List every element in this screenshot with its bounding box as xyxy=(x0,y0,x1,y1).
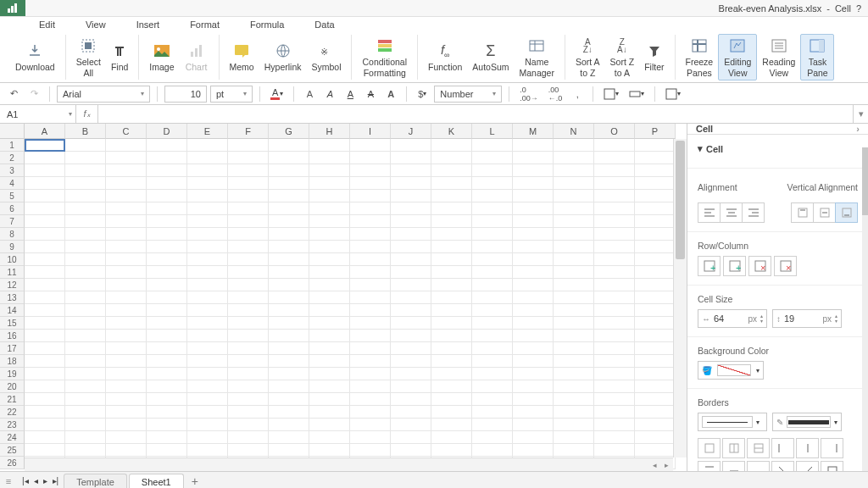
cell[interactable] xyxy=(635,406,676,419)
cell[interactable] xyxy=(391,330,431,342)
cell[interactable] xyxy=(594,291,635,304)
cell[interactable] xyxy=(431,215,472,228)
tab-sheet1[interactable]: Sheet1 xyxy=(129,474,184,488)
cell[interactable] xyxy=(594,202,635,215)
sort-az-button[interactable]: AZ↓Sort A to Z xyxy=(570,35,605,79)
cell[interactable] xyxy=(25,190,65,202)
cell[interactable] xyxy=(431,419,472,431)
cell[interactable] xyxy=(431,342,472,355)
cell[interactable] xyxy=(147,380,187,393)
menu-insert[interactable]: Insert xyxy=(121,18,175,31)
filter-button[interactable]: Filter xyxy=(639,40,669,74)
row-header[interactable]: 15 xyxy=(0,317,25,330)
cell[interactable] xyxy=(228,330,269,342)
cell[interactable] xyxy=(187,406,228,419)
cell[interactable] xyxy=(431,177,472,190)
sheets-menu-icon[interactable]: ≡ xyxy=(0,472,17,488)
cell[interactable] xyxy=(350,152,391,164)
cell[interactable] xyxy=(350,202,391,215)
cell[interactable] xyxy=(147,152,187,164)
col-header[interactable]: J xyxy=(391,124,431,139)
cell[interactable] xyxy=(147,317,187,330)
border-preset-12[interactable] xyxy=(821,461,843,471)
menu-edit[interactable]: Edit xyxy=(24,18,70,31)
col-header[interactable]: N xyxy=(554,124,594,139)
border-preset-8[interactable] xyxy=(722,461,745,471)
cell[interactable] xyxy=(269,355,309,368)
cell[interactable] xyxy=(269,228,309,241)
border-style-select[interactable]: ▾ xyxy=(698,413,767,431)
cell[interactable] xyxy=(350,253,391,266)
cell[interactable] xyxy=(472,355,513,368)
cell[interactable] xyxy=(594,304,635,317)
cell[interactable] xyxy=(635,190,676,202)
font-style-5[interactable]: A xyxy=(382,86,399,103)
cell[interactable] xyxy=(350,380,391,393)
cell[interactable] xyxy=(309,431,350,444)
cell[interactable] xyxy=(25,380,65,393)
cell[interactable] xyxy=(350,317,391,330)
cell[interactable] xyxy=(513,139,554,152)
cell[interactable] xyxy=(309,241,350,253)
cell[interactable] xyxy=(309,164,350,177)
cell[interactable] xyxy=(554,190,594,202)
cell[interactable] xyxy=(106,317,147,330)
cell[interactable] xyxy=(554,419,594,431)
cell[interactable] xyxy=(431,393,472,406)
cell[interactable] xyxy=(147,253,187,266)
cell[interactable] xyxy=(635,393,676,406)
cell[interactable] xyxy=(25,215,65,228)
cell[interactable] xyxy=(25,330,65,342)
cell[interactable] xyxy=(269,419,309,431)
cell[interactable] xyxy=(309,202,350,215)
cell[interactable] xyxy=(147,215,187,228)
cell[interactable] xyxy=(635,419,676,431)
cell[interactable] xyxy=(309,279,350,291)
cell[interactable] xyxy=(513,266,554,279)
col-header[interactable]: M xyxy=(513,124,554,139)
cell[interactable] xyxy=(350,215,391,228)
font-style-4[interactable]: A xyxy=(362,86,379,103)
cell[interactable] xyxy=(106,419,147,431)
cell[interactable] xyxy=(513,380,554,393)
cell[interactable] xyxy=(431,406,472,419)
cell[interactable] xyxy=(269,330,309,342)
formula-expand[interactable]: ▾ xyxy=(853,105,868,123)
border-color-select[interactable]: ✎▾ xyxy=(772,413,842,431)
cell[interactable] xyxy=(228,317,269,330)
cell[interactable] xyxy=(391,279,431,291)
border-preset-3[interactable] xyxy=(747,438,770,458)
cell[interactable] xyxy=(350,164,391,177)
cell[interactable] xyxy=(187,228,228,241)
row-header[interactable]: 5 xyxy=(0,190,25,202)
cell[interactable] xyxy=(350,393,391,406)
taskpane-scrollbar[interactable] xyxy=(862,147,868,471)
cell[interactable] xyxy=(65,444,106,457)
cell[interactable] xyxy=(187,241,228,253)
cell[interactable] xyxy=(147,355,187,368)
name-box[interactable]: A1▾ xyxy=(0,105,76,123)
cell[interactable] xyxy=(147,330,187,342)
cell[interactable] xyxy=(513,406,554,419)
borders-button[interactable]: ▾ xyxy=(600,86,622,103)
symbol-button[interactable]: ※Symbol xyxy=(306,40,346,74)
row-header[interactable]: 9 xyxy=(0,241,25,253)
cell[interactable] xyxy=(65,139,106,152)
menu-view[interactable]: View xyxy=(70,18,121,31)
font-color-button[interactable]: A ▾ xyxy=(267,86,287,103)
cell[interactable] xyxy=(431,190,472,202)
cell[interactable] xyxy=(309,317,350,330)
cell[interactable] xyxy=(350,279,391,291)
cell[interactable] xyxy=(228,215,269,228)
cell[interactable] xyxy=(472,342,513,355)
cell[interactable] xyxy=(147,164,187,177)
insert-col-button[interactable]: + xyxy=(723,256,746,276)
chart-button[interactable]: Chart xyxy=(180,40,214,74)
cell[interactable] xyxy=(554,406,594,419)
horizontal-scrollbar[interactable]: ◂▸ xyxy=(25,458,673,471)
cell[interactable] xyxy=(25,406,65,419)
cell[interactable] xyxy=(554,266,594,279)
cell[interactable] xyxy=(472,241,513,253)
cell[interactable] xyxy=(513,279,554,291)
col-header[interactable]: L xyxy=(472,124,513,139)
